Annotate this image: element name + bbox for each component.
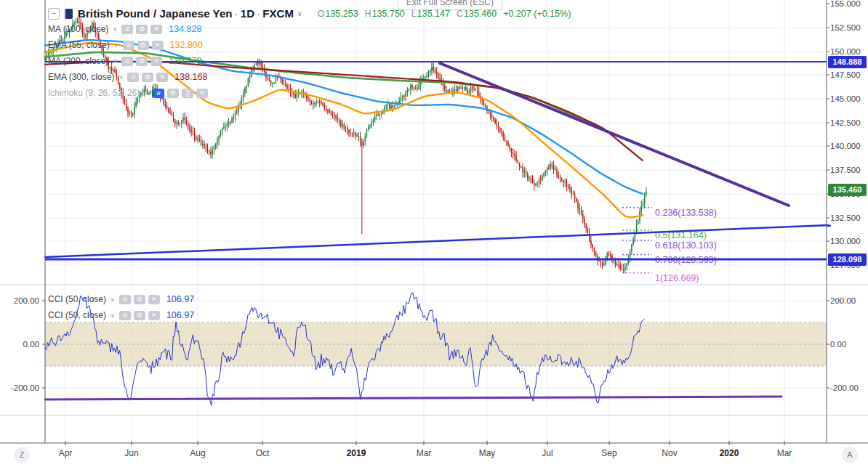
indicator-caret-icon[interactable]: ∨ xyxy=(110,296,115,303)
price-axis-label: 130.000 xyxy=(830,236,861,246)
symbol-dropdown-caret[interactable]: ∨ xyxy=(297,10,302,17)
settings-icon[interactable]: ⚙ xyxy=(134,295,145,304)
close-icon[interactable]: ✕ xyxy=(152,41,164,50)
indicator-row: MA (200, close)∨⊙⚙✕139.778 xyxy=(48,53,208,69)
time-axis-label[interactable]: 2019 xyxy=(347,448,366,458)
time-axis-label[interactable]: Nov xyxy=(662,448,677,458)
indicator-caret-icon[interactable]: ∨ xyxy=(114,42,118,49)
ohlc-readout: O135.253 H135.750 L135.147 C135.460 +0.2… xyxy=(318,9,571,19)
time-axis-label[interactable]: Aug xyxy=(190,448,205,458)
eye-icon[interactable]: ⊙ xyxy=(127,73,139,82)
time-axis-label[interactable]: Jul xyxy=(542,448,552,458)
close-icon[interactable]: ✕ xyxy=(156,73,168,82)
time-axis-label[interactable]: Mar xyxy=(417,448,432,458)
indicator-name[interactable]: CCI (50, close) xyxy=(48,310,106,320)
indicator-name[interactable]: MA (100, close) xyxy=(48,24,108,34)
fib-label: 0.236(133.538) xyxy=(655,208,717,218)
symbol-title[interactable]: British Pound / Japanese Yen·1D·FXCM xyxy=(78,7,294,20)
bottom-right-a-button[interactable]: A xyxy=(842,447,858,463)
settings-icon[interactable]: ⚙ xyxy=(136,25,148,34)
time-axis-label[interactable]: Apr xyxy=(59,448,73,458)
cci-axis-label-left: 0.00 xyxy=(3,339,39,349)
indicator-value: 134.828 xyxy=(169,24,201,34)
eye-icon[interactable]: ⊙ xyxy=(121,57,133,66)
price-axis-label: 150.000 xyxy=(830,46,861,57)
time-axis-label[interactable]: Oct xyxy=(256,448,270,458)
indicator-name[interactable]: EMA (55, close) xyxy=(48,40,110,50)
price-axis-label: 132.500 xyxy=(830,213,861,223)
indicator-row: EMA (300, close)∨⊙⚙✕138.168 xyxy=(48,69,208,85)
exchange-label: FXCM xyxy=(262,7,294,20)
settings-icon[interactable]: ⚙ xyxy=(136,57,148,66)
close-icon[interactable]: ✕ xyxy=(150,25,162,34)
cci-axis-label-left: -200.00 xyxy=(3,383,39,393)
time-axis-label[interactable]: Sep xyxy=(601,448,616,458)
close-icon[interactable]: ✕ xyxy=(150,57,162,66)
low-value: 135.147 xyxy=(417,9,450,19)
indicator-caret-icon[interactable]: ∨ xyxy=(118,74,123,81)
cci-axis-label-left: 200.00 xyxy=(3,296,39,306)
symbol-logo-icon xyxy=(65,9,73,19)
eye-icon[interactable]: ⊙ xyxy=(119,311,131,320)
tooltip-text: Exit Full Screen (ESC) xyxy=(406,0,494,7)
indicator-row: Ichimoku (9, 26, 52, 26)∨ø⚙{}✕ xyxy=(48,85,208,101)
indicator-legend: MA (100, close)∨⊙⚙✕134.828EMA (55, close… xyxy=(48,21,208,101)
price-axis-label: 145.000 xyxy=(830,94,861,104)
time-axis-label[interactable]: Mar xyxy=(777,448,792,458)
eye-icon[interactable]: ⊙ xyxy=(123,41,134,50)
close-value: 135.460 xyxy=(464,9,497,19)
high-value: 135.750 xyxy=(372,9,405,19)
interval-label: 1D xyxy=(241,7,254,20)
indicator-caret-icon[interactable]: ∨ xyxy=(113,26,117,33)
settings-icon[interactable]: ⚙ xyxy=(137,41,149,50)
symbol-header: − British Pound / Japanese Yen·1D·FXCM ∨… xyxy=(48,7,571,20)
price-axis-label: 142.500 xyxy=(830,118,861,128)
bottom-left-z-button[interactable]: Z xyxy=(14,447,30,463)
cci-axis-label: -200.00 xyxy=(830,383,859,393)
settings-icon[interactable]: ⚙ xyxy=(142,73,153,82)
price-axis-label: 137.500 xyxy=(830,165,861,175)
cci-axis-label: 200.00 xyxy=(830,296,856,306)
legend-collapse-button[interactable]: − xyxy=(48,8,60,20)
indicator-name[interactable]: MA (200, close) xyxy=(48,56,108,66)
price-axis-label: 147.500 xyxy=(830,70,861,80)
fib-label: 0.618(130.103) xyxy=(655,240,717,251)
price-axis-label: 152.500 xyxy=(830,23,861,33)
time-axis-label[interactable]: 2020 xyxy=(720,448,739,458)
change-value: +0.207 (+0.15%) xyxy=(503,9,571,19)
price-badge: 148.888 xyxy=(828,56,867,68)
indicator-value: 138.168 xyxy=(174,72,207,82)
indicator-value: 106.97 xyxy=(166,310,194,320)
eye-icon[interactable]: ⊙ xyxy=(121,25,133,34)
price-badge: 128.098 xyxy=(828,253,867,266)
eye-off-icon[interactable]: ø xyxy=(153,89,164,98)
indicator-caret-icon[interactable]: ∨ xyxy=(113,58,117,65)
cci-indicator-row: CCI (50, close)∨⊙⚙✕106.97 xyxy=(48,307,194,323)
cci-legend: CCI (50, close)∨⊙⚙✕106.97CCI (50, close)… xyxy=(48,291,194,323)
indicator-value: 106.97 xyxy=(166,294,194,304)
close-icon[interactable]: ✕ xyxy=(148,295,160,304)
price-axis-label: 155.000 xyxy=(830,0,861,9)
indicator-caret-icon[interactable]: ∨ xyxy=(110,312,115,319)
close-icon[interactable]: ✕ xyxy=(148,311,160,320)
indicator-value: 139.778 xyxy=(169,56,201,66)
indicator-caret-icon[interactable]: ∨ xyxy=(144,90,148,97)
trend-line xyxy=(440,63,789,206)
time-axis-label[interactable]: May xyxy=(479,448,496,458)
close-icon[interactable]: ✕ xyxy=(196,89,208,98)
indicator-name[interactable]: Ichimoku (9, 26, 52, 26) xyxy=(48,88,140,98)
indicator-name[interactable]: EMA (300, close) xyxy=(48,72,114,82)
cci-purple-trendline xyxy=(45,397,781,399)
eye-icon[interactable]: ⊙ xyxy=(119,295,131,304)
chart-window: 0.236(133.538)0.5(131.164)0.618(130.103)… xyxy=(0,0,868,467)
indicator-name[interactable]: CCI (50, close) xyxy=(48,294,106,304)
settings-icon[interactable]: ⚙ xyxy=(167,89,179,98)
source-code-icon[interactable]: {} xyxy=(182,89,193,98)
cci-axis-label: 0.00 xyxy=(830,339,846,349)
price-axis-label: 140.000 xyxy=(830,141,861,151)
time-axis-label[interactable]: Jun xyxy=(124,448,138,458)
open-value: 135.253 xyxy=(325,9,358,19)
indicator-row: EMA (55, close)∨⊙⚙✕132.800 xyxy=(48,37,208,53)
settings-icon[interactable]: ⚙ xyxy=(134,311,145,320)
fib-label: 1(126.669) xyxy=(655,273,699,283)
